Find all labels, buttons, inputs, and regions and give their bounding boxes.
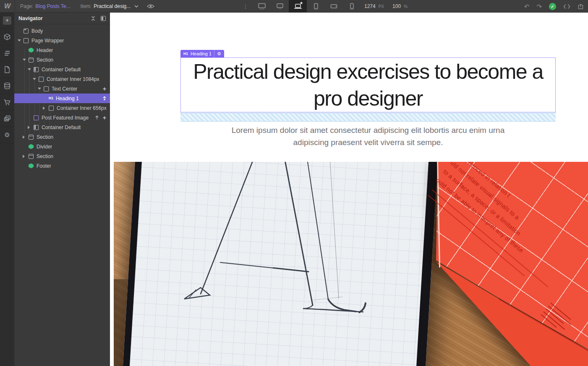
tree-row-header[interactable]: Header [14, 45, 110, 55]
tree-row-container-inner-1084[interactable]: Container Inner 1084px [14, 74, 110, 84]
breakpoint-bar: ★ [253, 0, 361, 13]
design-canvas[interactable]: H1 Heading 1 ⚙ Practical design excercis… [110, 13, 588, 366]
canvas-width-unit: PX [379, 4, 384, 9]
navigator-header: Navigator [14, 13, 110, 24]
item-selector[interactable]: Item: Practical desig... [76, 0, 144, 13]
breakpoint-desktop[interactable] [271, 0, 289, 13]
assets-button[interactable] [0, 111, 14, 127]
layers-lines-icon [3, 50, 11, 56]
components-button[interactable] [0, 29, 14, 45]
page-selector[interactable]: Page: Blog Posts Te... [15, 0, 76, 13]
tree-row-post-featured-image[interactable]: Post Featured Image [14, 113, 110, 122]
expand-arrow-icon[interactable] [38, 88, 41, 90]
element-tag: H1 [183, 52, 188, 56]
ecommerce-button[interactable] [0, 94, 14, 111]
element-settings-gear-icon[interactable]: ⚙ [217, 52, 221, 56]
expand-arrow-icon[interactable] [28, 68, 31, 70]
breakpoint-phone-landscape[interactable] [325, 0, 343, 13]
collapsed-arrow-icon[interactable] [43, 106, 45, 110]
page-label: Page: [20, 3, 33, 9]
section-icon [29, 135, 34, 140]
star-icon: ★ [300, 1, 303, 5]
breakpoint-tablet[interactable] [307, 0, 325, 13]
selected-element-badge[interactable]: H1 Heading 1 ⚙ [180, 50, 224, 57]
settings-button[interactable]: ⚙ [0, 127, 14, 143]
subtitle-wrapper: Lorem ipsum dolor sit amet consectetur a… [180, 124, 556, 148]
interaction-arrow-icon [95, 115, 99, 120]
navigator-button[interactable] [0, 45, 14, 62]
kebab-menu-icon[interactable]: ⋮ [243, 0, 248, 13]
share-export-icon[interactable] [578, 3, 584, 10]
collapsed-arrow-icon[interactable] [28, 126, 30, 129]
body-icon [24, 29, 29, 34]
collapsed-arrow-icon[interactable] [23, 155, 25, 158]
item-label: Item: [81, 3, 92, 9]
zoom-value[interactable]: 100 [392, 3, 401, 9]
tree-row-section[interactable]: Section [14, 55, 110, 65]
chevron-down-icon [134, 5, 139, 8]
div-block-icon [39, 77, 44, 82]
dock-panel-icon[interactable] [101, 16, 106, 21]
component-icon [29, 48, 34, 53]
add-elements-button[interactable]: + [0, 13, 14, 29]
expand-arrow-icon[interactable] [18, 39, 21, 42]
tree-row-body[interactable]: Body [14, 26, 110, 36]
cart-icon [3, 99, 11, 106]
navigator-panel: Navigator Body Page Wrapper Header [14, 13, 110, 366]
expand-arrow-icon[interactable] [23, 59, 26, 61]
page-icon [4, 66, 10, 73]
tree-row-page-wrapper[interactable]: Page Wrapper [14, 36, 110, 45]
tree-row-footer[interactable]: Footer [14, 161, 110, 171]
collapse-all-icon[interactable] [91, 16, 96, 21]
tree-row-container-default[interactable]: Container Default [14, 65, 110, 74]
undo-icon[interactable]: ↶ [524, 3, 530, 10]
section-icon [29, 154, 34, 159]
collapsed-arrow-icon[interactable] [23, 135, 25, 139]
margin-indicator [180, 113, 556, 122]
breakpoint-phone-portrait[interactable] [343, 0, 361, 13]
interaction-spark-icon [102, 116, 107, 120]
interaction-spark-icon [102, 87, 107, 91]
canvas-width-value[interactable]: 1274 [364, 3, 376, 9]
tree-row-container-default-2[interactable]: Container Default [14, 122, 110, 132]
cms-bound-div-icon [34, 115, 39, 120]
gear-icon: ⚙ [4, 131, 10, 139]
expand-arrow-icon[interactable] [33, 78, 36, 80]
webflow-menu-button[interactable]: W [0, 0, 15, 13]
subtitle-text[interactable]: Lorem ipsum dolor sit amet consectetur a… [217, 124, 519, 148]
plus-icon: + [3, 16, 11, 25]
component-icon [29, 144, 34, 149]
cms-button[interactable] [0, 78, 14, 94]
tree-row-container-inner-656[interactable]: Container Inner 656px [14, 103, 110, 113]
images-icon [3, 115, 11, 122]
redo-icon[interactable]: ↷ [536, 3, 542, 10]
webflow-logo-icon: W [4, 3, 10, 10]
toolbar-right-actions: ↶ ↷ ✓ [524, 0, 584, 13]
top-toolbar: W Page: Blog Posts Te... Item: Practical… [0, 0, 588, 13]
code-export-icon[interactable] [563, 4, 570, 9]
page-heading[interactable]: Practical design excercises to become a … [181, 58, 555, 112]
eye-icon [147, 4, 154, 9]
navigator-title: Navigator [18, 16, 86, 21]
div-block-icon [24, 38, 29, 43]
breakpoint-laptop-active[interactable]: ★ [289, 0, 307, 13]
cube-icon [3, 33, 11, 41]
container-icon [34, 125, 39, 130]
pages-button[interactable] [0, 62, 14, 78]
tree-row-text-center[interactable]: Text Center [14, 84, 110, 93]
h1-tag-icon: H1 [49, 96, 53, 101]
post-featured-image[interactable]: experienced in relation t uld not relate… [114, 162, 588, 366]
div-block-icon [44, 86, 49, 91]
database-icon [3, 82, 11, 90]
tree-row-section-2[interactable]: Section [14, 132, 110, 142]
item-value: Practical desig... [94, 3, 131, 9]
navigator-tree: Body Page Wrapper Header Section Contain… [14, 24, 110, 171]
preview-eye-button[interactable] [144, 4, 158, 9]
saved-check-icon[interactable]: ✓ [549, 3, 556, 10]
tree-row-section-3[interactable]: Section [14, 151, 110, 161]
tree-row-divider[interactable]: Divider [14, 142, 110, 151]
tree-row-heading-1-selected[interactable]: H1 Heading 1 [14, 93, 110, 103]
breakpoint-desktop-large[interactable] [253, 0, 271, 13]
container-icon [34, 67, 39, 72]
zoom-unit: % [404, 4, 408, 9]
